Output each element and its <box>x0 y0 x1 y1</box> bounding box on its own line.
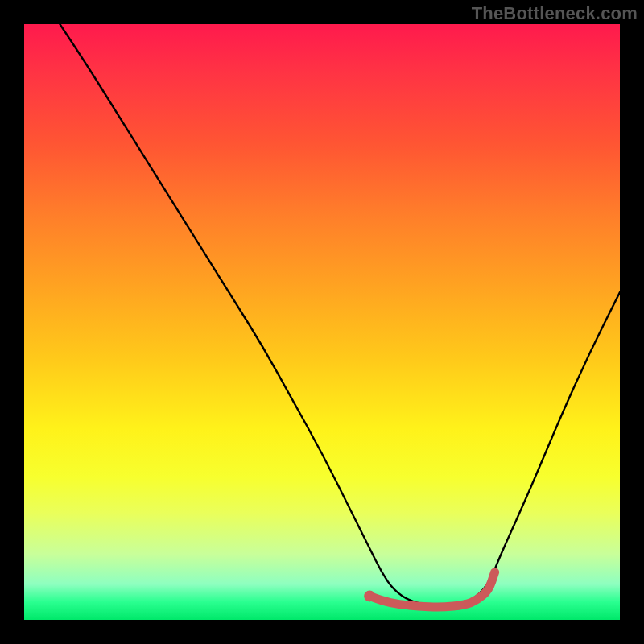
chart-svg <box>24 24 620 620</box>
bottleneck-curve <box>60 24 620 606</box>
optimal-start-dot <box>364 590 375 601</box>
watermark-text: TheBottleneck.com <box>472 3 638 24</box>
optimal-range-marker <box>369 572 494 607</box>
chart-frame: TheBottleneck.com <box>0 0 644 644</box>
plot-area <box>24 24 620 620</box>
